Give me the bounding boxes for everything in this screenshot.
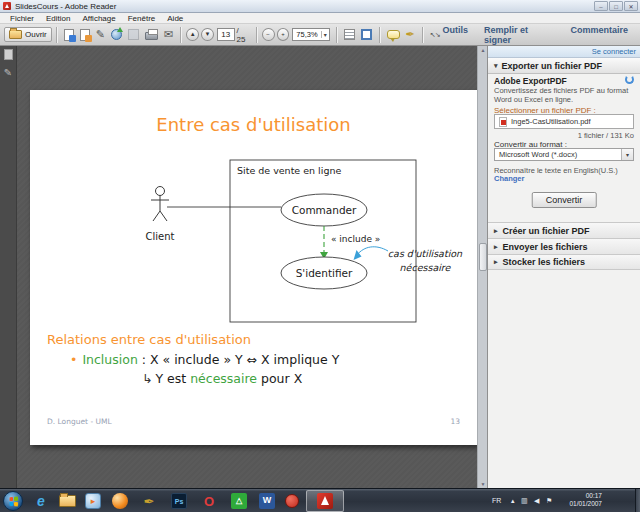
tray-expand-icon[interactable]: ▴ xyxy=(511,489,515,512)
open-folder-icon xyxy=(9,30,22,39)
workspace: ✎ Entre cas d'utilisation Site de vente … xyxy=(0,46,640,488)
page-thumbnails-icon[interactable] xyxy=(4,49,13,60)
format-select[interactable]: Microsoft Word (*.docx) ▾ xyxy=(494,148,634,161)
menu-edition[interactable]: Edition xyxy=(40,14,76,23)
export-pdf-button[interactable] xyxy=(80,29,90,41)
zoom-level-select[interactable]: 75,3% ▾ xyxy=(292,28,329,41)
bullet-term: Inclusion xyxy=(82,352,137,367)
product-name: Adobe ExportPDF xyxy=(494,76,634,86)
selected-file-box[interactable]: Inge5-CasUtilisation.pdf xyxy=(494,114,634,129)
taskbar-ie[interactable]: e xyxy=(30,491,52,511)
tray-language[interactable]: FR xyxy=(492,489,501,512)
scroll-mode-icon xyxy=(344,29,355,40)
necessaire-term: nécessaire xyxy=(190,371,257,386)
zoom-in-button[interactable]: + xyxy=(277,28,290,41)
taskbar-opera[interactable]: O xyxy=(198,491,220,511)
panel-tabs: Outils Remplir et signer Commentaire xyxy=(443,25,636,45)
scrollbar-thumb[interactable] xyxy=(479,243,487,271)
previous-page-button[interactable]: ▲ xyxy=(186,28,199,41)
exportpdf-swirl-icon xyxy=(625,75,634,84)
convert-button[interactable]: Convertir xyxy=(532,192,597,208)
show-desktop-button[interactable] xyxy=(635,489,640,512)
selected-file-name: Inge5-CasUtilisation.pdf xyxy=(511,117,591,126)
fullscreen-arrows-icon: ↖↘ xyxy=(430,31,440,39)
open-button[interactable]: Ouvrir xyxy=(4,27,52,42)
restore-button[interactable]: □ xyxy=(609,1,623,11)
menu-aide[interactable]: Aide xyxy=(161,14,189,23)
highlight-button[interactable]: ✒ xyxy=(406,28,415,41)
bullet-rest: : X « include » Y ⇔ X implique Y xyxy=(138,352,339,367)
internet-explorer-icon: e xyxy=(37,493,45,509)
change-link[interactable]: Changer xyxy=(494,174,634,183)
adobe-reader-icon xyxy=(317,493,333,509)
section-export-pdf[interactable]: ▾ Exporter un fichier PDF xyxy=(488,58,640,74)
section-send-files[interactable]: ▸ Envoyer les fichiers xyxy=(488,238,640,254)
taskbar-adobe-reader-active[interactable] xyxy=(306,490,344,512)
sign-button[interactable]: ✎ xyxy=(96,28,105,41)
scroll-mode-button[interactable] xyxy=(344,29,355,40)
taskbar-green-app[interactable]: △ xyxy=(228,491,250,511)
adobe-reader-window: SlidesCours - Adobe Reader – □ ✕ Fichier… xyxy=(0,0,640,512)
next-page-button[interactable]: ▼ xyxy=(201,28,214,41)
annotations-icon[interactable]: ✎ xyxy=(4,67,12,78)
volume-icon[interactable]: ◀ xyxy=(534,489,539,512)
save-icon xyxy=(128,29,139,40)
taskbar-explorer[interactable] xyxy=(56,491,78,511)
tab-remplir-signer[interactable]: Remplir et signer xyxy=(484,25,554,45)
pen-app-icon: ✒ xyxy=(144,494,155,509)
start-button[interactable] xyxy=(3,491,23,511)
usecase-commander-label: Commander xyxy=(292,204,357,216)
tab-outils[interactable]: Outils xyxy=(443,25,469,45)
taskbar-word[interactable]: W xyxy=(256,491,278,511)
envelope-icon: ✉ xyxy=(164,28,173,41)
section-create-pdf[interactable]: ▸ Créer un fichier PDF xyxy=(488,222,640,238)
slide-page-number: 13 xyxy=(450,417,460,426)
usecase-sidentifier-label: S'identifier xyxy=(296,267,353,279)
share-button[interactable] xyxy=(111,29,122,40)
note-pointer-curve xyxy=(357,247,388,255)
tools-panel: Se connecter ▾ Exporter un fichier PDF A… xyxy=(487,46,640,488)
page-number-input[interactable]: 13 xyxy=(217,28,235,41)
section-store-files[interactable]: ▸ Stocker les fichiers xyxy=(488,254,640,270)
fullscreen-button[interactable]: ↖↘ xyxy=(430,31,440,39)
menu-bar: Fichier Edition Affichage Fenêtre Aide xyxy=(0,13,640,24)
comment-button[interactable] xyxy=(387,30,400,39)
red-app-icon xyxy=(285,494,299,508)
chevron-down-icon: ▾ xyxy=(321,31,329,38)
adobe-reader-logo-icon xyxy=(3,2,11,10)
document-area: Entre cas d'utilisation Site de vente en… xyxy=(17,46,487,488)
comment-bubble-icon xyxy=(387,30,400,39)
taskbar-red-app[interactable] xyxy=(281,491,303,511)
pdf-online-button[interactable] xyxy=(64,29,74,41)
product-description: Convertissez des fichiers PDF au format … xyxy=(494,87,634,104)
tray-clock[interactable]: 00:17 01/01/2007 xyxy=(556,492,602,508)
export-pdf-icon xyxy=(80,29,90,41)
save-button[interactable] xyxy=(128,29,139,40)
close-button[interactable]: ✕ xyxy=(624,1,638,11)
print-button[interactable] xyxy=(145,29,158,40)
taskbar-media-player[interactable]: ▸ xyxy=(82,491,104,511)
bullet-line: •Inclusion : X « include » Y ⇔ X impliqu… xyxy=(70,352,339,367)
document-scrollbar[interactable]: ▲ ▼ xyxy=(477,46,487,488)
menu-fenetre[interactable]: Fenêtre xyxy=(122,14,162,23)
network-icon[interactable]: ▥ xyxy=(521,489,528,512)
globe-upload-icon xyxy=(111,29,122,40)
tab-commentaire[interactable]: Commentaire xyxy=(571,25,629,45)
pdf-file-icon xyxy=(499,117,507,127)
minimize-button[interactable]: – xyxy=(594,1,608,11)
menu-fichier[interactable]: Fichier xyxy=(4,14,40,23)
zoom-out-button[interactable]: − xyxy=(262,28,275,41)
taskbar-firefox[interactable] xyxy=(109,491,131,511)
file-meta: 1 fichier / 131 Ko xyxy=(494,131,634,140)
chevron-down-icon: ▾ xyxy=(494,62,498,70)
taskbar-pen-app[interactable]: ✒ xyxy=(138,491,160,511)
opera-icon: O xyxy=(204,494,214,509)
menu-affichage[interactable]: Affichage xyxy=(76,14,121,23)
taskbar-photoshop[interactable]: Ps xyxy=(168,491,190,511)
action-center-flag-icon[interactable]: ⚑ xyxy=(546,489,552,512)
sign-in-link[interactable]: Se connecter xyxy=(592,47,636,56)
printer-icon xyxy=(145,32,158,40)
word-icon: W xyxy=(259,493,275,509)
email-button[interactable]: ✉ xyxy=(164,28,173,41)
fit-page-button[interactable] xyxy=(361,29,372,40)
